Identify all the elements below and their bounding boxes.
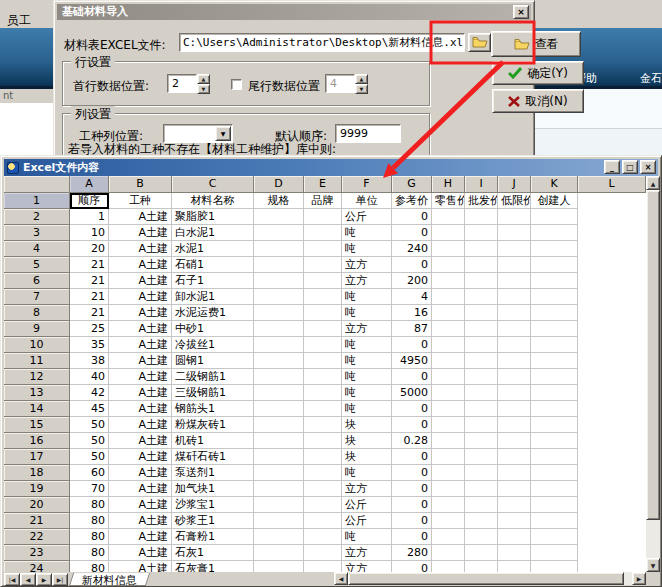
row-header-20[interactable]: 20 <box>4 497 70 513</box>
grid-cell[interactable]: 35 <box>70 337 109 353</box>
close-icon[interactable]: × <box>513 5 529 19</box>
grid-cell[interactable] <box>432 241 465 257</box>
grid-cell[interactable] <box>465 305 498 321</box>
grid-cell[interactable] <box>498 369 531 385</box>
grid-cell[interactable] <box>531 305 578 321</box>
grid-cell[interactable]: A土建 <box>109 433 172 449</box>
grid-cell[interactable] <box>465 561 498 572</box>
grid-cell[interactable]: 0 <box>392 465 432 481</box>
grid-cell[interactable]: 21 <box>70 305 109 321</box>
row-header-12[interactable]: 12 <box>4 369 70 385</box>
grid-cell[interactable] <box>531 401 578 417</box>
grid-cell[interactable] <box>432 305 465 321</box>
grid-cell[interactable]: 石膏粉1 <box>172 529 254 545</box>
grid-cell[interactable] <box>432 225 465 241</box>
grid-cell[interactable]: 0.28 <box>392 433 432 449</box>
view-button[interactable]: 查看 <box>491 31 581 57</box>
grid-cell[interactable] <box>465 481 498 497</box>
grid-cell[interactable] <box>304 385 342 401</box>
grid-cell[interactable]: 21 <box>70 289 109 305</box>
scroll-left-icon[interactable]: ◀ <box>334 572 348 585</box>
grid-cell[interactable] <box>498 289 531 305</box>
grid-cell[interactable]: 二级钢筋1 <box>172 369 254 385</box>
grid-cell[interactable]: 0 <box>392 369 432 385</box>
grid-cell[interactable] <box>531 417 578 433</box>
grid-cell[interactable] <box>498 273 531 289</box>
grid-cell[interactable]: 公斤 <box>342 209 392 225</box>
grid-cell[interactable]: 聚脂胶1 <box>172 209 254 225</box>
grid-cell[interactable]: 加气块1 <box>172 481 254 497</box>
column-header-I[interactable]: I <box>465 176 498 193</box>
grid-cell[interactable] <box>465 225 498 241</box>
grid-cell[interactable] <box>465 241 498 257</box>
grid-cell[interactable] <box>531 273 578 289</box>
grid-cell[interactable] <box>498 433 531 449</box>
grid-cell[interactable] <box>254 481 304 497</box>
grid-cell[interactable] <box>304 417 342 433</box>
grid-cell[interactable] <box>254 385 304 401</box>
ok-button[interactable]: 确定(Y) <box>492 61 584 85</box>
grid-cell[interactable]: 吨 <box>342 401 392 417</box>
grid-cell[interactable] <box>498 497 531 513</box>
grid-cell[interactable]: 20 <box>70 241 109 257</box>
grid-cell[interactable] <box>304 257 342 273</box>
first-row-spinner[interactable]: 2 ▲ ▼ <box>167 74 210 93</box>
grid-cell[interactable] <box>432 209 465 225</box>
grid-cell[interactable] <box>432 321 465 337</box>
grid-cell[interactable] <box>531 529 578 545</box>
cancel-button[interactable]: 取消(N) <box>492 89 584 113</box>
grid-cell[interactable]: 水泥1 <box>172 241 254 257</box>
grid-cell[interactable] <box>254 561 304 572</box>
grid-cell[interactable] <box>578 241 646 257</box>
grid-cell[interactable]: 立方 <box>342 481 392 497</box>
grid-cell[interactable] <box>578 529 646 545</box>
grid-cell[interactable]: A土建 <box>109 305 172 321</box>
grid-cell[interactable] <box>578 289 646 305</box>
grid-cell[interactable] <box>465 257 498 273</box>
grid-cell[interactable]: 单位 <box>342 193 392 209</box>
grid-cell[interactable] <box>465 401 498 417</box>
grid-cell[interactable]: 0 <box>392 481 432 497</box>
grid-cell[interactable] <box>254 465 304 481</box>
row-header-2[interactable]: 2 <box>4 209 70 225</box>
grid-cell[interactable]: A土建 <box>109 321 172 337</box>
grid-cell[interactable] <box>498 513 531 529</box>
grid-cell[interactable] <box>578 401 646 417</box>
grid-cell[interactable] <box>531 257 578 273</box>
grid-cell[interactable]: A土建 <box>109 449 172 465</box>
grid-cell[interactable] <box>498 321 531 337</box>
grid-cell[interactable] <box>304 353 342 369</box>
grid-cell[interactable]: 批发价 <box>465 193 498 209</box>
grid-cell[interactable] <box>531 385 578 401</box>
grid-cell[interactable]: A土建 <box>109 401 172 417</box>
row-header-22[interactable]: 22 <box>4 529 70 545</box>
sheet-nav-first-icon[interactable]: |◀ <box>4 573 20 586</box>
grid-cell[interactable] <box>498 545 531 561</box>
grid-cell[interactable]: A土建 <box>109 513 172 529</box>
grid-cell[interactable] <box>578 481 646 497</box>
grid-cell[interactable] <box>432 401 465 417</box>
grid-cell[interactable] <box>254 305 304 321</box>
grid-cell[interactable]: 冷拔丝1 <box>172 337 254 353</box>
grid-cell[interactable] <box>465 529 498 545</box>
grid-cell[interactable] <box>498 449 531 465</box>
grid-cell[interactable] <box>531 433 578 449</box>
row-header-17[interactable]: 17 <box>4 449 70 465</box>
grid-cell[interactable]: 吨 <box>342 289 392 305</box>
first-row-value[interactable]: 2 <box>167 74 197 93</box>
grid-cell[interactable] <box>531 465 578 481</box>
grid-cell[interactable] <box>578 193 646 209</box>
grid-cell[interactable]: 45 <box>70 401 109 417</box>
grid-cell[interactable] <box>432 497 465 513</box>
grid-cell[interactable] <box>304 433 342 449</box>
grid-cell[interactable] <box>432 385 465 401</box>
grid-cell[interactable]: 煤矸石砖1 <box>172 449 254 465</box>
grid-cell[interactable]: A土建 <box>109 369 172 385</box>
dialog-titlebar[interactable]: 基础材料导入 <box>57 4 531 20</box>
column-header-F[interactable]: F <box>342 176 392 193</box>
grid-cell[interactable]: 块 <box>342 417 392 433</box>
grid-cell[interactable] <box>254 545 304 561</box>
row-header-8[interactable]: 8 <box>4 305 70 321</box>
grid-cell[interactable] <box>531 481 578 497</box>
sheet-nav-prev-icon[interactable]: ◀ <box>20 573 36 586</box>
